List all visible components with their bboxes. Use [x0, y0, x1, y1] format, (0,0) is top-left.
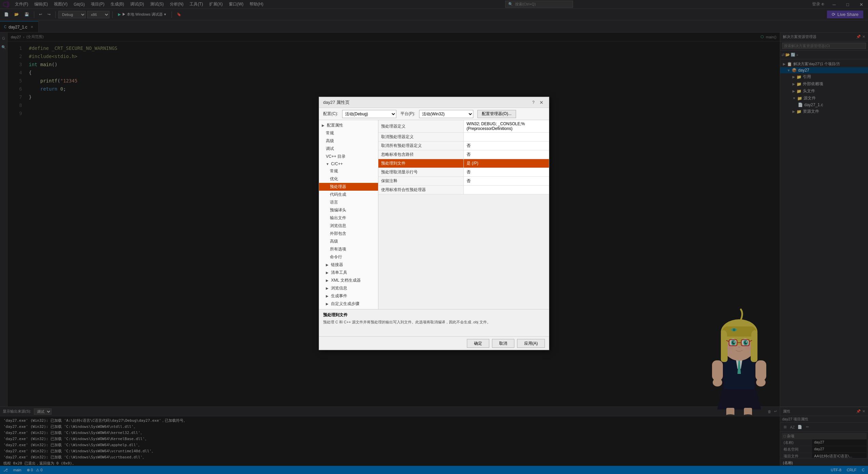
dialog-config-select[interactable]: 活动(Debug): [342, 110, 396, 118]
dialog-tree-linker[interactable]: ▶ 链接器: [319, 261, 378, 269]
dialog-left-tree: ▶ 配置属性 常规 高级 调试 VC++ 目录 ▼ C/C++ 常规 优化 预处…: [319, 120, 378, 309]
dialog-platform-select[interactable]: 活动(Win32): [419, 110, 473, 118]
dialog-tree-allopts[interactable]: 所有选项: [319, 245, 378, 253]
dialog-tree-vc[interactable]: VC++ 目录: [319, 153, 378, 160]
dialog-tree-cpp-general[interactable]: 常规: [319, 167, 378, 175]
dialog-tree-preprocessor[interactable]: 预处理器: [319, 183, 378, 191]
dialog-tree-config-props[interactable]: ▶ 配置属性: [319, 121, 378, 129]
prop-name-keep-comments: 保留注释: [378, 177, 464, 186]
prop-table-row-8: 使用标准符合性预处理器: [378, 186, 549, 194]
dialog-config-label: 配置(C):: [323, 111, 338, 117]
prop-name-undefine: 取消预处理器定义: [378, 133, 464, 141]
prop-table: 预处理器定义 WIN32; DEBUG; _CONSOLE;%(Preproce…: [378, 120, 549, 194]
dialog-tree-lang[interactable]: 语言: [319, 198, 378, 206]
dialog-tree-browse[interactable]: 浏览信息: [319, 222, 378, 230]
dialog-config-manager-btn[interactable]: 配置管理器(O)...: [477, 110, 516, 118]
dialog-tree-cpp-opt[interactable]: 优化: [319, 175, 378, 183]
prop-value-keep-comments: 否: [464, 177, 549, 186]
dialog-tree-advanced2[interactable]: 高级: [319, 238, 378, 245]
dialog-tree-custom-build[interactable]: ▶ 自定义生成步骤: [319, 300, 378, 308]
expand-cpp-icon: ▼: [326, 162, 330, 166]
dialog-config-bar: 配置(C): 活动(Debug) 平台(P): 活动(Win32) 配置管理器(…: [319, 108, 549, 120]
dialog-tree-xml[interactable]: ▶ XML 文档生成器: [319, 277, 378, 284]
dialog-overlay: day27 属性页 ? ✕ 配置(C): 活动(Debug) 平台(P): 活动…: [0, 0, 868, 474]
preprocess-file-input[interactable]: [467, 161, 546, 166]
prop-table-row-4: 忽略标准包含路径 否: [378, 150, 549, 159]
prop-name-undefine-all: 取消所有预处理器定义: [378, 141, 464, 150]
dialog-cancel-btn[interactable]: 取消: [492, 339, 514, 348]
expand-config-icon: ▶: [322, 124, 326, 127]
dialog-tree-output[interactable]: 输出文件: [319, 214, 378, 222]
dialog-tree-general[interactable]: 常规: [319, 129, 378, 137]
expand-linker-icon: ▶: [326, 263, 330, 267]
dialog-platform-label: 平台(P):: [400, 111, 415, 117]
dialog-buttons: 确定 取消 应用(A): [319, 336, 549, 350]
dialog-title: day27 属性页: [323, 99, 350, 106]
expand-custom-icon: ▶: [326, 302, 330, 306]
prop-table-row-6: 预处理取消显示行号 否: [378, 168, 549, 177]
dialog-desc-title: 预处理到文件: [323, 312, 545, 318]
dialog-ok-btn[interactable]: 确定: [467, 339, 489, 348]
prop-table-row-5-selected[interactable]: 预处理到文件: [378, 159, 549, 168]
dialog-help-btn[interactable]: ?: [530, 99, 537, 106]
dialog-tree-cmdline[interactable]: 命令行: [319, 253, 378, 261]
expand-events-icon: ▶: [326, 294, 330, 298]
dialog-title-bar: day27 属性页 ? ✕: [319, 97, 549, 108]
dialog-close-btn[interactable]: ✕: [538, 99, 545, 106]
dialog-tree-advanced[interactable]: 高级: [319, 137, 378, 145]
expand-xml-icon: ▶: [326, 279, 330, 282]
dialog-right-content: 预处理器定义 WIN32; DEBUG; _CONSOLE;%(Preproce…: [378, 120, 549, 309]
dialog-tree-browse2[interactable]: ▶ 浏览信息: [319, 284, 378, 292]
expand-manifest-icon: ▶: [326, 271, 330, 274]
prop-name-preprocess-file: 预处理到文件: [378, 159, 464, 168]
expand-browse-icon: ▶: [326, 286, 330, 290]
prop-name-preprocessor-defs: 预处理器定义: [378, 120, 464, 133]
prop-name-ignore-paths: 忽略标准包含路径: [378, 150, 464, 159]
dialog-tree-codegen[interactable]: 代码生成: [319, 191, 378, 198]
prop-value-undefine-all: 否: [464, 141, 549, 150]
dialog-description: 预处理到文件 预处理 C 和 C++ 源文件并将预处理的输出写入到文件。此选项将…: [319, 309, 549, 336]
prop-value-std-preprocessor: [464, 186, 549, 194]
dialog-tree-build-events[interactable]: ▶ 生成事件: [319, 292, 378, 300]
prop-name-suppress-line: 预处理取消显示行号: [378, 168, 464, 177]
prop-name-std-preprocessor: 使用标准符合性预处理器: [378, 186, 464, 194]
prop-table-row-3: 取消所有预处理器定义 否: [378, 141, 549, 150]
prop-value-ignore-paths: 否: [464, 150, 549, 159]
dialog-body: ▶ 配置属性 常规 高级 调试 VC++ 目录 ▼ C/C++ 常规 优化 预处…: [319, 120, 549, 309]
dialog-tree-debug[interactable]: 调试: [319, 145, 378, 153]
prop-value-preprocess-file[interactable]: [464, 159, 549, 168]
dialog-tree-manifest[interactable]: ▶ 清单工具: [319, 269, 378, 277]
dialog-apply-btn[interactable]: 应用(A): [517, 339, 545, 348]
dialog-tree-cpp[interactable]: ▼ C/C++: [319, 160, 378, 167]
dialog-tree-external[interactable]: 外部包含: [319, 230, 378, 238]
prop-value-preprocessor-defs: WIN32; DEBUG; _CONSOLE;%(PreprocessorDef…: [464, 120, 549, 133]
prop-table-row-2: 取消预处理器定义: [378, 133, 549, 141]
properties-dialog: day27 属性页 ? ✕ 配置(C): 活动(Debug) 平台(P): 活动…: [319, 97, 549, 350]
dialog-desc-text: 预处理 C 和 C++ 源文件并将预处理的输出写入到文件。此选项将取消编译，因此…: [323, 319, 545, 325]
prop-table-row-7: 保留注释 否: [378, 177, 549, 186]
prop-value-undefine: [464, 133, 549, 141]
dialog-tree-pch[interactable]: 预编译头: [319, 206, 378, 214]
prop-table-row-1: 预处理器定义 WIN32; DEBUG; _CONSOLE;%(Preproce…: [378, 120, 549, 133]
prop-value-suppress-line: 否: [464, 168, 549, 177]
